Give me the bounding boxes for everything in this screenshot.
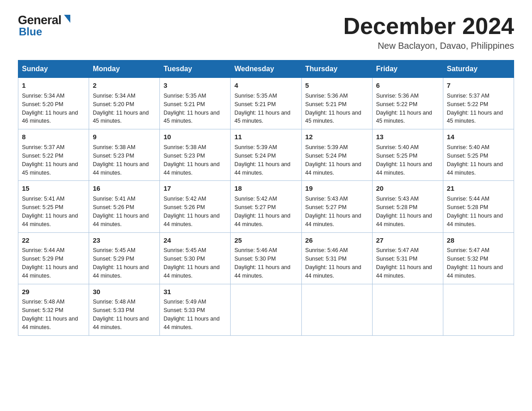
day-info: Sunrise: 5:48 AMSunset: 5:33 PMDaylight:…	[93, 299, 149, 330]
day-number: 8	[22, 132, 85, 142]
day-number: 3	[163, 81, 227, 90]
day-number: 10	[163, 132, 227, 142]
col-sunday: Sunday	[18, 60, 89, 78]
logo-blue-text: Blue	[19, 26, 42, 38]
page-header: General Blue December 2024 New Baclayon,…	[18, 13, 514, 51]
table-row: 29Sunrise: 5:48 AMSunset: 5:32 PMDayligh…	[18, 284, 89, 335]
day-info: Sunrise: 5:37 AMSunset: 5:22 PMDaylight:…	[447, 93, 503, 124]
day-info: Sunrise: 5:36 AMSunset: 5:22 PMDaylight:…	[376, 93, 432, 124]
day-info: Sunrise: 5:47 AMSunset: 5:31 PMDaylight:…	[376, 247, 432, 279]
table-row: 2Sunrise: 5:34 AMSunset: 5:20 PMDaylight…	[89, 78, 160, 129]
table-row: 10Sunrise: 5:38 AMSunset: 5:23 PMDayligh…	[160, 129, 231, 181]
logo: General Blue	[18, 13, 72, 38]
table-row: 14Sunrise: 5:40 AMSunset: 5:25 PMDayligh…	[443, 129, 514, 181]
day-info: Sunrise: 5:44 AMSunset: 5:29 PMDaylight:…	[22, 247, 78, 279]
day-info: Sunrise: 5:46 AMSunset: 5:30 PMDaylight:…	[234, 247, 290, 279]
day-info: Sunrise: 5:42 AMSunset: 5:27 PMDaylight:…	[234, 196, 290, 227]
table-row: 8Sunrise: 5:37 AMSunset: 5:22 PMDaylight…	[18, 129, 89, 181]
table-row	[301, 284, 372, 335]
calendar-week-row: 29Sunrise: 5:48 AMSunset: 5:32 PMDayligh…	[18, 284, 514, 335]
calendar-table: Sunday Monday Tuesday Wednesday Thursday…	[18, 60, 514, 336]
day-number: 24	[163, 235, 227, 245]
calendar-week-row: 1Sunrise: 5:34 AMSunset: 5:20 PMDaylight…	[18, 78, 514, 129]
day-number: 9	[93, 132, 156, 142]
title-block: December 2024 New Baclayon, Davao, Phili…	[343, 13, 514, 51]
table-row: 28Sunrise: 5:47 AMSunset: 5:32 PMDayligh…	[443, 232, 514, 284]
table-row: 15Sunrise: 5:41 AMSunset: 5:25 PMDayligh…	[18, 181, 89, 232]
table-row: 4Sunrise: 5:35 AMSunset: 5:21 PMDaylight…	[231, 78, 301, 129]
day-info: Sunrise: 5:35 AMSunset: 5:21 PMDaylight:…	[163, 93, 219, 124]
table-row: 7Sunrise: 5:37 AMSunset: 5:22 PMDaylight…	[443, 78, 514, 129]
table-row: 6Sunrise: 5:36 AMSunset: 5:22 PMDaylight…	[372, 78, 443, 129]
day-info: Sunrise: 5:40 AMSunset: 5:25 PMDaylight:…	[447, 144, 503, 176]
day-number: 30	[93, 287, 156, 297]
day-info: Sunrise: 5:47 AMSunset: 5:32 PMDaylight:…	[447, 247, 503, 279]
day-number: 4	[234, 81, 297, 90]
day-number: 27	[376, 235, 439, 245]
table-row: 25Sunrise: 5:46 AMSunset: 5:30 PMDayligh…	[231, 232, 301, 284]
day-info: Sunrise: 5:35 AMSunset: 5:21 PMDaylight:…	[234, 93, 290, 124]
day-number: 28	[447, 235, 510, 245]
table-row: 21Sunrise: 5:44 AMSunset: 5:28 PMDayligh…	[443, 181, 514, 232]
day-info: Sunrise: 5:39 AMSunset: 5:24 PMDaylight:…	[305, 144, 361, 176]
table-row: 1Sunrise: 5:34 AMSunset: 5:20 PMDaylight…	[18, 78, 89, 129]
day-number: 7	[447, 81, 510, 90]
day-number: 20	[376, 184, 439, 193]
day-number: 19	[305, 184, 369, 193]
day-number: 18	[234, 184, 297, 193]
col-thursday: Thursday	[301, 60, 372, 78]
day-info: Sunrise: 5:46 AMSunset: 5:31 PMDaylight:…	[305, 247, 361, 279]
month-title: December 2024	[343, 13, 514, 39]
day-number: 12	[305, 132, 369, 142]
table-row: 3Sunrise: 5:35 AMSunset: 5:21 PMDaylight…	[160, 78, 231, 129]
calendar-week-row: 15Sunrise: 5:41 AMSunset: 5:25 PMDayligh…	[18, 181, 514, 232]
table-row	[443, 284, 514, 335]
day-number: 21	[447, 184, 510, 193]
day-number: 22	[22, 235, 85, 245]
calendar-header-row: Sunday Monday Tuesday Wednesday Thursday…	[18, 60, 514, 78]
day-info: Sunrise: 5:34 AMSunset: 5:20 PMDaylight:…	[22, 93, 78, 124]
day-info: Sunrise: 5:37 AMSunset: 5:22 PMDaylight:…	[22, 144, 78, 176]
day-number: 25	[234, 235, 297, 245]
table-row: 12Sunrise: 5:39 AMSunset: 5:24 PMDayligh…	[301, 129, 372, 181]
day-info: Sunrise: 5:44 AMSunset: 5:28 PMDaylight:…	[447, 196, 503, 227]
calendar-header: Sunday Monday Tuesday Wednesday Thursday…	[18, 60, 514, 78]
col-saturday: Saturday	[443, 60, 514, 78]
day-info: Sunrise: 5:38 AMSunset: 5:23 PMDaylight:…	[163, 144, 219, 176]
day-number: 17	[163, 184, 227, 193]
day-number: 16	[93, 184, 156, 193]
location: New Baclayon, Davao, Philippines	[343, 41, 514, 51]
svg-marker-0	[64, 15, 70, 23]
day-number: 14	[447, 132, 510, 142]
day-info: Sunrise: 5:36 AMSunset: 5:21 PMDaylight:…	[305, 93, 361, 124]
table-row: 26Sunrise: 5:46 AMSunset: 5:31 PMDayligh…	[301, 232, 372, 284]
day-info: Sunrise: 5:39 AMSunset: 5:24 PMDaylight:…	[234, 144, 290, 176]
day-info: Sunrise: 5:49 AMSunset: 5:33 PMDaylight:…	[163, 299, 219, 330]
day-number: 29	[22, 287, 85, 297]
day-number: 6	[376, 81, 439, 90]
table-row: 24Sunrise: 5:45 AMSunset: 5:30 PMDayligh…	[160, 232, 231, 284]
table-row: 17Sunrise: 5:42 AMSunset: 5:26 PMDayligh…	[160, 181, 231, 232]
day-info: Sunrise: 5:45 AMSunset: 5:29 PMDaylight:…	[93, 247, 149, 279]
day-info: Sunrise: 5:38 AMSunset: 5:23 PMDaylight:…	[93, 144, 149, 176]
day-number: 26	[305, 235, 369, 245]
day-info: Sunrise: 5:43 AMSunset: 5:27 PMDaylight:…	[305, 196, 361, 227]
day-number: 11	[234, 132, 297, 142]
day-info: Sunrise: 5:41 AMSunset: 5:26 PMDaylight:…	[93, 196, 149, 227]
col-tuesday: Tuesday	[160, 60, 231, 78]
calendar-week-row: 8Sunrise: 5:37 AMSunset: 5:22 PMDaylight…	[18, 129, 514, 181]
day-number: 5	[305, 81, 369, 90]
table-row	[372, 284, 443, 335]
day-info: Sunrise: 5:40 AMSunset: 5:25 PMDaylight:…	[376, 144, 432, 176]
table-row: 22Sunrise: 5:44 AMSunset: 5:29 PMDayligh…	[18, 232, 89, 284]
table-row: 27Sunrise: 5:47 AMSunset: 5:31 PMDayligh…	[372, 232, 443, 284]
day-number: 31	[163, 287, 227, 297]
day-number: 13	[376, 132, 439, 142]
calendar-body: 1Sunrise: 5:34 AMSunset: 5:20 PMDaylight…	[18, 78, 514, 336]
table-row: 13Sunrise: 5:40 AMSunset: 5:25 PMDayligh…	[372, 129, 443, 181]
calendar-week-row: 22Sunrise: 5:44 AMSunset: 5:29 PMDayligh…	[18, 232, 514, 284]
col-wednesday: Wednesday	[231, 60, 301, 78]
day-info: Sunrise: 5:48 AMSunset: 5:32 PMDaylight:…	[22, 299, 78, 330]
table-row: 19Sunrise: 5:43 AMSunset: 5:27 PMDayligh…	[301, 181, 372, 232]
day-info: Sunrise: 5:42 AMSunset: 5:26 PMDaylight:…	[163, 196, 219, 227]
